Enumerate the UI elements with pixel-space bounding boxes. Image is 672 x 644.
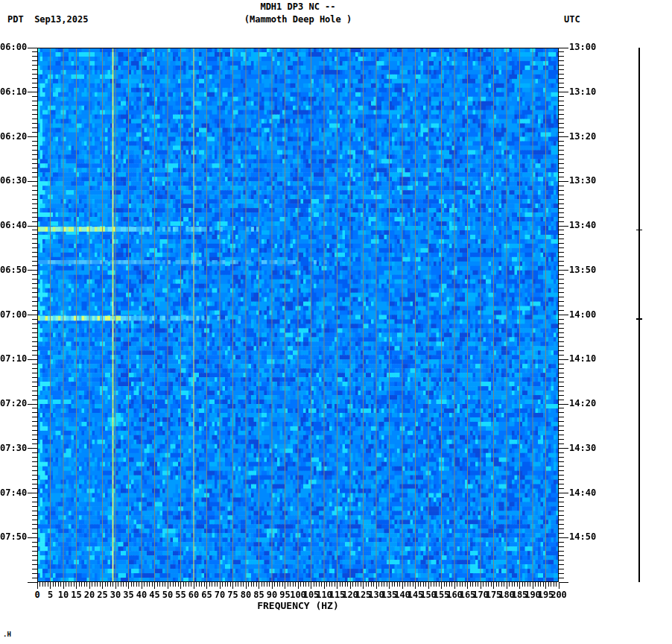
pdt-tick-label: 07:00 [0, 310, 27, 320]
time-tick-left [32, 159, 37, 160]
time-tick-left [32, 461, 37, 462]
freq-tick [66, 582, 66, 587]
time-tick-right [559, 110, 564, 110]
freq-tick [201, 582, 202, 587]
time-tick-left [32, 323, 37, 324]
freq-tick [74, 582, 75, 587]
freq-tick [488, 582, 489, 587]
time-tick-left [32, 212, 37, 213]
freq-tick [248, 582, 249, 587]
time-tick-left [32, 301, 37, 302]
freq-tick [470, 582, 471, 587]
utc-tick-label: 14:40 [569, 488, 596, 498]
time-tick-right [559, 123, 564, 124]
time-tick-left [32, 60, 37, 61]
amplitude-trace [638, 48, 640, 582]
time-tick-right [559, 443, 564, 444]
time-tick-right [559, 265, 564, 266]
time-tick-right [559, 515, 564, 516]
time-tick-left [32, 395, 37, 396]
time-tick-left [32, 292, 37, 293]
freq-tick [95, 582, 95, 587]
freq-tick [329, 582, 330, 587]
freq-tick [165, 582, 165, 587]
time-tick-right [559, 439, 564, 440]
time-tick-right [559, 221, 564, 222]
time-tick-left [32, 373, 37, 373]
time-tick-right [559, 346, 564, 347]
time-tick-left [32, 475, 37, 476]
freq-tick [188, 582, 189, 587]
freq-tick [441, 582, 442, 589]
time-tick-left [32, 421, 37, 422]
time-tick-left [32, 452, 37, 453]
time-tick-right [559, 430, 564, 431]
freq-tick [413, 582, 413, 587]
freq-tick [123, 582, 124, 587]
time-tick-left [32, 466, 37, 467]
freq-tick [243, 582, 244, 587]
time-tick-right [559, 555, 564, 556]
freq-tick [434, 582, 434, 587]
time-tick-right [559, 181, 568, 182]
freq-tick [378, 582, 379, 587]
time-tick-right [559, 497, 564, 498]
freq-tick [384, 582, 384, 587]
time-tick-right [559, 377, 564, 378]
time-tick-left [32, 127, 37, 128]
utc-tick-label: 13:30 [569, 176, 596, 186]
freq-tick [183, 582, 184, 587]
freq-tick [352, 582, 353, 587]
time-tick-left [32, 203, 37, 204]
freq-tick [170, 582, 171, 587]
time-tick-left [32, 87, 37, 88]
freq-tick [415, 582, 416, 589]
time-tick-left [32, 332, 37, 333]
page-title: MDH1 DP3 NC -- [37, 2, 559, 11]
freq-tick [402, 582, 403, 589]
time-tick-right [559, 114, 564, 115]
time-tick-left [32, 560, 37, 561]
freq-tick [235, 582, 236, 587]
freq-tick [232, 582, 233, 589]
time-tick-left [32, 457, 37, 458]
time-tick-left [32, 274, 37, 275]
freq-tick [507, 582, 507, 589]
time-tick-right [559, 470, 564, 471]
time-tick-left [32, 110, 37, 110]
time-tick-right [559, 105, 564, 106]
freq-tick [486, 582, 486, 587]
time-tick-left [32, 243, 37, 244]
time-tick-right [559, 560, 564, 561]
time-tick-right [559, 132, 564, 133]
time-tick-right [559, 297, 564, 297]
freq-tick [89, 582, 90, 589]
freq-tick [256, 582, 257, 587]
time-tick-left [32, 564, 37, 565]
freq-tick [467, 582, 468, 589]
time-tick-right [559, 457, 564, 458]
time-tick-right [559, 159, 564, 160]
time-tick-right [559, 391, 564, 391]
time-tick-left [32, 400, 37, 400]
freq-tick [314, 582, 314, 587]
freq-tick [133, 582, 134, 587]
time-tick-left [32, 141, 37, 142]
time-tick-right [559, 74, 564, 75]
time-tick-right [559, 186, 564, 186]
time-tick-right [559, 163, 564, 164]
time-tick-right [559, 520, 564, 520]
freq-tick [439, 582, 440, 587]
freq-tick [342, 582, 343, 587]
utc-tick-label: 14:00 [569, 310, 596, 320]
time-tick-right [559, 145, 564, 146]
time-tick-left [32, 569, 37, 569]
time-tick-left [32, 502, 37, 502]
freq-tick [45, 582, 45, 587]
time-tick-right [559, 168, 564, 168]
freq-tick [454, 582, 455, 589]
time-tick-right [559, 217, 564, 218]
time-tick-right [559, 328, 564, 329]
time-tick-left [28, 270, 37, 271]
freq-tick [501, 582, 502, 587]
